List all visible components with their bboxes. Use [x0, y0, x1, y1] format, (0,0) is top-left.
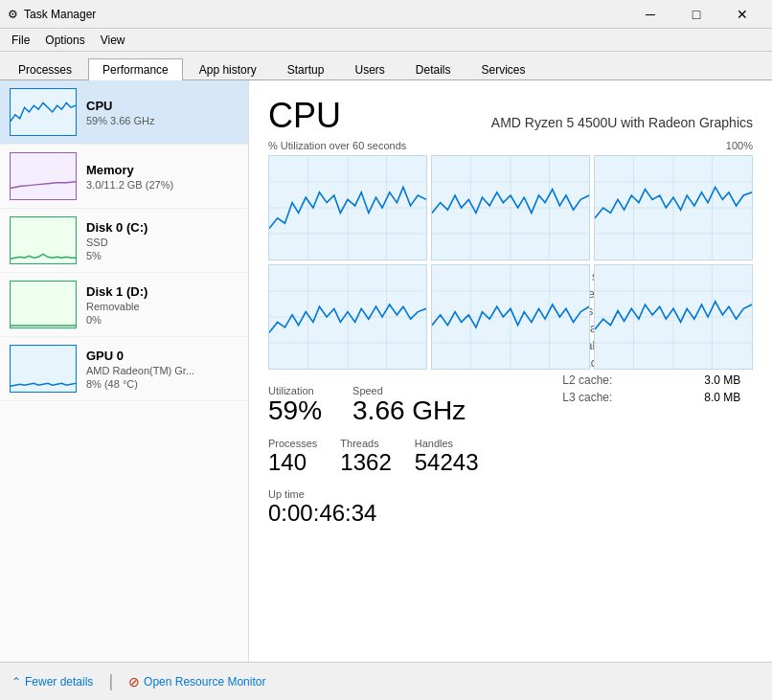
disk0-sidebar-info: Disk 0 (C:) SSD 5%: [86, 220, 148, 261]
info-table-row: L3 cache:8.0 MB: [562, 391, 753, 404]
memory-mini-svg: [11, 153, 76, 199]
disk1-sidebar-sub1: Removable: [86, 301, 148, 312]
disk0-mini-svg: [11, 217, 76, 263]
sidebar-item-disk0[interactable]: Disk 0 (C:) SSD 5%: [0, 209, 248, 273]
menu-options[interactable]: Options: [37, 32, 92, 49]
stats-and-info: Utilization 59% Speed 3.66 GHz Processes…: [268, 385, 753, 538]
app-title: Task Manager: [24, 8, 96, 21]
cpu-graph-2: [431, 155, 590, 260]
menu-bar: File Options View: [0, 29, 772, 52]
minimize-button[interactable]: ─: [628, 4, 672, 25]
processes-block: Processes 140: [268, 438, 317, 477]
processes-value: 140: [268, 449, 317, 477]
threads-label: Threads: [340, 438, 391, 449]
maximize-button[interactable]: □: [674, 4, 718, 25]
cpu-mini-graph: [10, 88, 77, 136]
svg-rect-3: [11, 282, 76, 327]
disk1-mini-svg: [11, 282, 76, 327]
cpu-graphs-grid: [268, 155, 753, 370]
memory-sidebar-sub: 3.0/11.2 GB (27%): [86, 179, 173, 191]
detail-header: CPU AMD Ryzen 5 4500U with Radeon Graphi…: [268, 96, 753, 136]
disk1-sidebar-title: Disk 1 (D:): [86, 284, 148, 299]
menu-view[interactable]: View: [93, 32, 133, 49]
sidebar: CPU 59% 3.66 GHz Memory 3.0/11.2 GB (27%…: [0, 80, 249, 662]
tab-performance[interactable]: Performance: [88, 58, 183, 80]
fewer-details-link[interactable]: ⌃ Fewer details: [11, 675, 93, 689]
sidebar-item-gpu0[interactable]: GPU 0 AMD Radeon(TM) Gr... 8% (48 °C): [0, 337, 248, 401]
main-content: CPU 59% 3.66 GHz Memory 3.0/11.2 GB (27%…: [0, 80, 772, 662]
title-bar: ⚙ Task Manager ─ □ ✕: [0, 0, 772, 29]
cpu-mini-svg: [11, 89, 76, 135]
info-value: 3.0 MB: [704, 373, 740, 387]
stats-section: Utilization 59% Speed 3.66 GHz: [268, 385, 502, 426]
handles-block: Handles 54243: [415, 438, 479, 477]
speed-block: Speed 3.66 GHz: [352, 385, 465, 426]
gpu0-sidebar-title: GPU 0: [86, 349, 194, 363]
percent-label: 100%: [726, 140, 753, 155]
detail-panel: CPU AMD Ryzen 5 4500U with Radeon Graphi…: [249, 80, 772, 662]
cpu-sidebar-sub: 59% 3.66 GHz: [86, 115, 155, 126]
open-resource-monitor-link[interactable]: ⊘ Open Resource Monitor: [128, 674, 265, 689]
cpu-graph-1: [268, 155, 427, 260]
close-button[interactable]: ✕: [720, 4, 764, 25]
disk0-sidebar-title: Disk 0 (C:): [86, 220, 148, 235]
sidebar-item-cpu[interactable]: CPU 59% 3.66 GHz: [0, 80, 248, 145]
tab-app-history[interactable]: App history: [185, 58, 271, 80]
fewer-details-label: Fewer details: [25, 675, 93, 689]
gpu0-mini-graph: [10, 345, 77, 393]
utilization-block: Utilization 59%: [268, 385, 322, 426]
cpu-graph-3: [594, 155, 753, 260]
tab-services[interactable]: Services: [467, 58, 540, 80]
uptime-section: Up time 0:00:46:34: [268, 488, 502, 527]
svg-rect-0: [11, 89, 76, 135]
app-icon: ⚙: [8, 8, 18, 21]
gpu0-mini-svg: [11, 346, 76, 392]
gpu0-sidebar-sub2: 8% (48 °C): [86, 378, 194, 390]
monitor-icon: ⊘: [128, 674, 140, 689]
sidebar-item-disk1[interactable]: Disk 1 (D:) Removable 0%: [0, 273, 248, 337]
menu-file[interactable]: File: [4, 32, 37, 49]
processes-label: Processes: [268, 438, 317, 449]
title-bar-left: ⚙ Task Manager: [8, 8, 96, 21]
title-bar-controls: ─ □ ✕: [628, 4, 764, 25]
speed-stat-value: 3.66 GHz: [352, 396, 465, 426]
open-monitor-label: Open Resource Monitor: [144, 675, 265, 689]
threads-block: Threads 1362: [340, 438, 391, 477]
handles-value: 54243: [415, 449, 479, 477]
svg-rect-1: [11, 153, 76, 199]
cpu-graph-4: [268, 264, 427, 370]
tab-bar: Processes Performance App history Startu…: [0, 52, 772, 80]
info-value: 8.0 MB: [704, 391, 740, 404]
disk1-sidebar-info: Disk 1 (D:) Removable 0%: [86, 284, 148, 326]
counts-section: Processes 140 Threads 1362 Handles 54243: [268, 438, 502, 477]
cpu-sidebar-title: CPU: [86, 99, 155, 113]
disk0-mini-graph: [10, 216, 77, 264]
tab-startup[interactable]: Startup: [273, 58, 339, 80]
separator: |: [108, 671, 113, 691]
cpu-graph-6: [594, 264, 753, 370]
detail-title: CPU: [268, 96, 341, 136]
disk1-sidebar-sub2: 0%: [86, 314, 148, 326]
disk0-sidebar-sub2: 5%: [86, 250, 148, 261]
uptime-value: 0:00:46:34: [268, 500, 502, 527]
detail-cpu-name: AMD Ryzen 5 4500U with Radeon Graphics: [491, 115, 753, 130]
chevron-down-icon: ⌃: [11, 675, 21, 689]
memory-mini-graph: [10, 152, 77, 200]
stats-left: Utilization 59% Speed 3.66 GHz Processes…: [268, 385, 502, 538]
cpu-sidebar-info: CPU 59% 3.66 GHz: [86, 99, 155, 126]
tab-users[interactable]: Users: [340, 58, 398, 80]
bottom-bar: ⌃ Fewer details | ⊘ Open Resource Monito…: [0, 662, 772, 700]
utilization-label: % Utilization over 60 seconds: [268, 140, 406, 151]
utilization-stat-value: 59%: [268, 396, 322, 426]
disk0-sidebar-sub1: SSD: [86, 237, 148, 248]
threads-value: 1362: [340, 449, 391, 477]
gpu0-sidebar-sub1: AMD Radeon(TM) Gr...: [86, 365, 194, 376]
uptime-label: Up time: [268, 488, 502, 500]
info-key: L2 cache:: [562, 373, 696, 387]
graph-header-row: % Utilization over 60 seconds 100%: [268, 140, 753, 155]
tab-processes[interactable]: Processes: [4, 58, 86, 80]
disk1-mini-graph: [10, 281, 77, 328]
sidebar-item-memory[interactable]: Memory 3.0/11.2 GB (27%): [0, 145, 248, 209]
handles-label: Handles: [415, 438, 479, 449]
tab-details[interactable]: Details: [401, 58, 465, 80]
